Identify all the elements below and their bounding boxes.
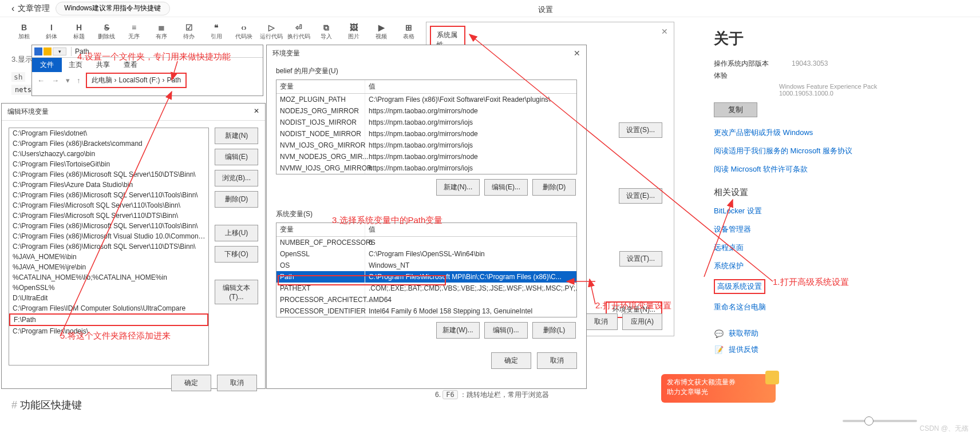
- env-var-row[interactable]: NUMBER_OF_PROCESSORS6: [276, 237, 576, 248]
- path-list-item[interactable]: %JAVA_HOME%\jre\bin: [9, 262, 208, 272]
- path-list-item[interactable]: C:\Program Files (x86)\Microsoft Visual …: [9, 231, 208, 241]
- explorer-menu-file[interactable]: 文件: [32, 58, 62, 72]
- related-settings-link[interactable]: 系统保护: [714, 261, 906, 271]
- path-list-item[interactable]: C:\Program Files (x86)\Brackets\command: [9, 138, 208, 149]
- edit-env-ok-button[interactable]: 确定: [171, 375, 211, 391]
- path-list-item[interactable]: C:\Program Files\TortoiseGit\bin: [9, 159, 208, 169]
- close-icon[interactable]: ✕: [254, 107, 259, 117]
- toolbar-item[interactable]: ▷运行代码: [259, 22, 284, 41]
- path-list-item[interactable]: C:\Program Files\Azure Data Studio\bin: [9, 180, 208, 190]
- edit-env-action-button[interactable]: 新建(N): [215, 128, 258, 144]
- env-action-button[interactable]: 删除(L): [532, 322, 576, 339]
- path-list-item[interactable]: C:\Program Files\nodejs\: [9, 326, 208, 336]
- path-list-item[interactable]: D:\UltraEdit: [9, 293, 208, 303]
- toolbar-item[interactable]: S̶删除线: [94, 22, 119, 41]
- settings-link[interactable]: 阅读 Microsoft 软件许可条款: [714, 164, 906, 174]
- toolbar-item[interactable]: B加粗: [11, 22, 37, 41]
- path-list-item[interactable]: C:\Program Files (x86)\Microsoft SQL Ser…: [9, 241, 208, 252]
- env-var-row[interactable]: PATHEXT.COM;.EXE;.BAT;.CMD;.VBS;.VBE;.JS…: [276, 283, 576, 294]
- toolbar-item[interactable]: ⧉导入: [314, 22, 339, 41]
- explorer-folder-icon[interactable]: [44, 47, 52, 55]
- toolbar-item[interactable]: H标题: [66, 22, 92, 41]
- path-list-item[interactable]: %OpenSSL%: [9, 283, 208, 293]
- path-list-item[interactable]: C:\Users\zhaozy\.cargo\bin: [9, 149, 208, 159]
- settings-link[interactable]: 更改产品密钥或升级 Windows: [714, 128, 906, 138]
- related-settings-link[interactable]: 高级系统设置: [714, 279, 765, 294]
- path-list-item[interactable]: C:\Program Files\Microsoft SQL Server\11…: [9, 200, 208, 210]
- env-action-button[interactable]: 新建(W)...: [436, 322, 480, 339]
- path-list-item[interactable]: C:\Program Files (x86)\Microsoft SQL Ser…: [9, 169, 208, 180]
- explorer-menu-home[interactable]: 主页: [62, 58, 89, 72]
- edit-env-cancel-button[interactable]: 取消: [217, 375, 257, 391]
- related-settings-link[interactable]: 重命名这台电脑: [714, 302, 906, 312]
- path-list-item[interactable]: C:\Program Files (x86)\Microsoft SQL Ser…: [9, 190, 208, 200]
- toolbar-item[interactable]: ▶视频: [369, 22, 394, 41]
- settings-t-button[interactable]: 设置(T)...: [619, 251, 662, 267]
- edit-env-action-button[interactable]: 下移(O): [215, 246, 258, 263]
- explorer-menu-view[interactable]: 查看: [117, 58, 144, 72]
- env-var-row[interactable]: NODIST_NODE_MIRRORhttps://npm.taobao.org…: [276, 128, 576, 140]
- promo-banner[interactable]: 发布博文获大额流量券 助力文章曝光: [661, 374, 776, 403]
- explorer-quickaccess-icon[interactable]: [34, 47, 42, 55]
- env-var-row[interactable]: NODEJS_ORG_MIRRORhttps://npm.taobao.org/…: [276, 105, 576, 117]
- env-var-row[interactable]: PROCESSOR_IDENTIFIERIntel64 Family 6 Mod…: [276, 305, 576, 317]
- settings-link[interactable]: 阅读适用于我们服务的 Microsoft 服务协议: [714, 146, 906, 156]
- env-var-row[interactable]: PROCESSOR_ARCHITECT...AMD64: [276, 294, 576, 305]
- toolbar-item[interactable]: ≣有序: [149, 22, 174, 41]
- related-settings-link[interactable]: 设备管理器: [714, 224, 906, 235]
- env-var-row[interactable]: OpenSSLC:\Program Files\OpenSSL-Win64\bi…: [276, 248, 576, 260]
- env-action-button[interactable]: 删除(D): [532, 179, 576, 196]
- env-action-button[interactable]: 新建(N)...: [436, 179, 480, 196]
- path-list-item[interactable]: F:\Path: [9, 313, 208, 326]
- related-settings-link[interactable]: 远程桌面: [714, 243, 906, 253]
- nav-dropdown-icon[interactable]: ▾: [64, 76, 72, 85]
- edit-env-action-button[interactable]: 删除(D): [215, 191, 258, 208]
- toolbar-item[interactable]: ❝引用: [204, 22, 229, 41]
- sysprops-apply-button[interactable]: 应用(A): [622, 313, 662, 330]
- edit-env-action-button[interactable]: 浏览(B)...: [215, 170, 258, 186]
- article-title-input[interactable]: [56, 2, 170, 15]
- path-list-item[interactable]: C:\Program Files\dotnet\: [9, 128, 208, 138]
- env-var-row[interactable]: PathC:\Program Files\Microsoft MPI\Bin\;…: [276, 271, 576, 283]
- breadcrumb[interactable]: 此电脑› LocalSoft (F:)› Path: [86, 73, 187, 88]
- env-cancel-button[interactable]: 取消: [537, 352, 577, 369]
- help-link[interactable]: 💬获取帮助: [714, 328, 906, 339]
- env-var-row[interactable]: MOZ_PLUGIN_PATHC:\Program Files (x86)\Fo…: [276, 94, 576, 105]
- env-ok-button[interactable]: 确定: [491, 352, 531, 369]
- env-var-row[interactable]: NODIST_IOJS_MIRRORhttps://npm.taobao.org…: [276, 117, 576, 128]
- env-var-row[interactable]: OSWindows_NT: [276, 260, 576, 271]
- toolbar-item[interactable]: I斜体: [39, 22, 64, 41]
- env-var-row[interactable]: NVMW_IOJS_ORG_MIRRORhttps://npm.taobao.o…: [276, 162, 576, 174]
- help-link[interactable]: 📝提供反馈: [714, 344, 906, 355]
- sysprops-cancel-button[interactable]: 取消: [584, 313, 618, 330]
- path-list-item[interactable]: C:\Program Files (x86)\Microsoft SQL Ser…: [9, 221, 208, 231]
- settings-s-button[interactable]: 设置(S)...: [619, 122, 662, 138]
- edit-env-action-button[interactable]: 上移(U): [215, 225, 258, 241]
- path-list-item[interactable]: C:\Program Files\Microsoft SQL Server\11…: [9, 210, 208, 221]
- toolbar-item[interactable]: ≡无序: [121, 22, 147, 41]
- nav-up-icon[interactable]: ↑: [75, 76, 82, 85]
- close-icon[interactable]: ✕: [574, 49, 580, 58]
- path-list-item[interactable]: %JAVA_HOME%\bin: [9, 252, 208, 262]
- explorer-menu-share[interactable]: 共享: [89, 58, 117, 72]
- env-action-button[interactable]: 编辑(I)...: [484, 322, 528, 339]
- toolbar-item[interactable]: ⊞表格: [396, 22, 421, 41]
- zoom-slider[interactable]: [843, 420, 917, 422]
- close-icon[interactable]: ✕: [661, 27, 668, 36]
- toolbar-item[interactable]: ☑待办: [176, 22, 201, 41]
- explorer-customize-icon[interactable]: ▾: [53, 47, 66, 55]
- nav-forward-icon[interactable]: →: [50, 76, 61, 85]
- toolbar-item[interactable]: ‹›代码块: [231, 22, 256, 41]
- edit-env-action-button[interactable]: 编辑(E): [215, 149, 258, 165]
- copy-button[interactable]: 复制: [714, 102, 757, 117]
- path-list-item[interactable]: C:\Program Files\IDM Computer Solutions\…: [9, 303, 208, 313]
- toolbar-item[interactable]: ⏎换行代码: [286, 22, 311, 41]
- path-list[interactable]: C:\Program Files\dotnet\C:\Program Files…: [9, 128, 209, 365]
- path-list-item[interactable]: %CATALINA_HOME%\lib;%CATALINA_HOME%in: [9, 272, 208, 283]
- settings-e-button[interactable]: 设置(E)...: [619, 188, 662, 204]
- env-var-row[interactable]: NVM_IOJS_ORG_MIRRORhttps://npm.taobao.or…: [276, 140, 576, 151]
- slider-thumb[interactable]: [864, 416, 874, 426]
- nav-back-icon[interactable]: ←: [35, 76, 46, 85]
- env-action-button[interactable]: 编辑(E)...: [484, 179, 528, 196]
- toolbar-item[interactable]: 🖼图片: [341, 22, 366, 41]
